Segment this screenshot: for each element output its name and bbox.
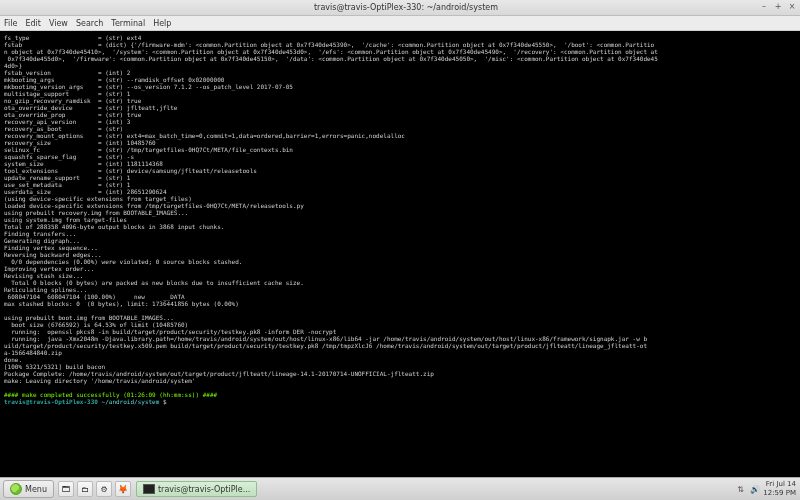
maximize-button[interactable]: + (773, 2, 783, 12)
system-tray: ⇅ 🔊 Fri Jul 14 12:59 PM (737, 480, 796, 498)
show-desktop-icon[interactable]: 🗔 (58, 481, 74, 497)
terminal-viewport[interactable]: fs_type = (str) ext4 fstab = (dict) {'/f… (0, 31, 800, 478)
menu-search[interactable]: Search (76, 19, 103, 28)
taskbar: Menu 🗔 🗀 ⚙ 🦊 travis@travis-OptiPle... ⇅ … (0, 477, 800, 500)
mint-logo-icon (10, 483, 22, 495)
clock-time: 12:59 PM (763, 489, 796, 498)
terminal-success-line: #### make completed successfully (01:26:… (4, 391, 217, 398)
menu-help[interactable]: Help (153, 19, 171, 28)
clock[interactable]: Fri Jul 14 12:59 PM (763, 480, 796, 498)
volume-icon[interactable]: 🔊 (750, 485, 758, 493)
start-menu-label: Menu (25, 485, 47, 494)
close-button[interactable]: × (787, 2, 797, 12)
task-button-label: travis@travis-OptiPle... (158, 485, 250, 494)
menu-edit[interactable]: Edit (25, 19, 41, 28)
terminal-window: travis@travis-OptiPlex-330: ~/android/sy… (0, 0, 800, 479)
prompt-line: travis@travis-OptiPlex-330 ~/android/sys… (4, 398, 170, 405)
menubar: File Edit View Search Terminal Help (0, 16, 800, 31)
window-controls: – + × (759, 2, 797, 12)
minimize-button[interactable]: – (759, 2, 769, 12)
prompt-user: travis@travis-OptiPlex-330 (4, 398, 98, 405)
quicklaunch: 🗔 🗀 ⚙ 🦊 (58, 481, 131, 497)
titlebar: travis@travis-OptiPlex-330: ~/android/sy… (0, 0, 800, 16)
terminal-icon (143, 484, 155, 494)
clock-date: Fri Jul 14 (763, 480, 796, 489)
start-menu-button[interactable]: Menu (3, 480, 54, 498)
network-icon[interactable]: ⇅ (737, 485, 745, 493)
firefox-icon[interactable]: 🦊 (115, 481, 131, 497)
menu-view[interactable]: View (49, 19, 68, 28)
task-button-terminal[interactable]: travis@travis-OptiPle... (136, 481, 257, 497)
prompt-path: ~/android/system (102, 398, 160, 405)
window-title: travis@travis-OptiPlex-330: ~/android/sy… (16, 3, 796, 12)
files-icon[interactable]: 🗀 (77, 481, 93, 497)
menu-file[interactable]: File (4, 19, 17, 28)
settings-icon[interactable]: ⚙ (96, 481, 112, 497)
terminal-output: fs_type = (str) ext4 fstab = (dict) {'/f… (4, 34, 658, 384)
menu-terminal[interactable]: Terminal (111, 19, 145, 28)
prompt-symbol: $ (163, 398, 167, 405)
